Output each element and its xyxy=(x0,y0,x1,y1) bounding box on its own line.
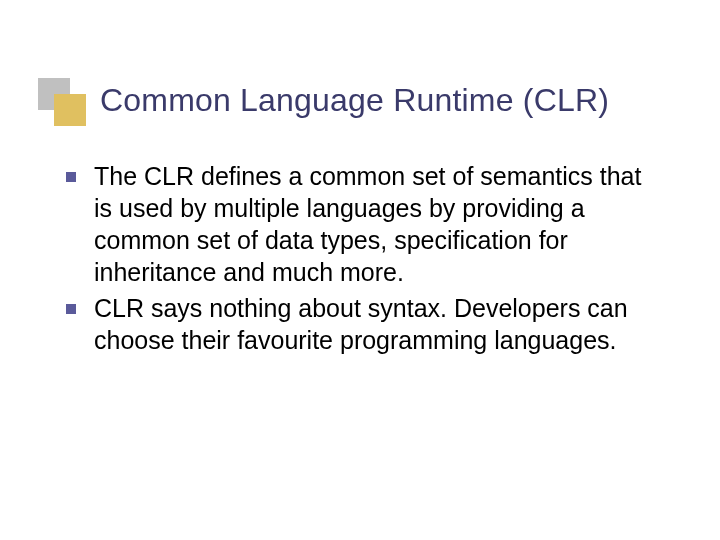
list-item: CLR says nothing about syntax. Developer… xyxy=(66,292,660,356)
slide-body: The CLR defines a common set of semantic… xyxy=(66,160,660,360)
bullet-text: CLR says nothing about syntax. Developer… xyxy=(94,292,660,356)
bullet-icon xyxy=(66,304,76,314)
bullet-text: The CLR defines a common set of semantic… xyxy=(94,160,660,288)
bullet-icon xyxy=(66,172,76,182)
square-front-icon xyxy=(54,94,86,126)
corner-decoration xyxy=(38,78,80,120)
slide-title: Common Language Runtime (CLR) xyxy=(100,82,680,119)
list-item: The CLR defines a common set of semantic… xyxy=(66,160,660,288)
slide: Common Language Runtime (CLR) The CLR de… xyxy=(0,0,720,540)
